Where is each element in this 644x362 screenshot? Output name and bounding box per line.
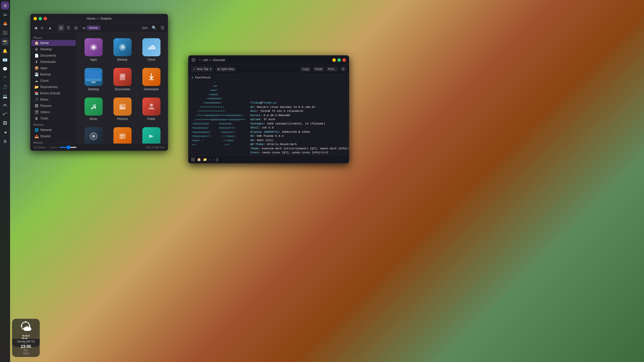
taskbar-files[interactable]: 🗂 (1, 11, 9, 19)
sidebar-item-desktop[interactable]: 🖥 Desktop (31, 46, 76, 52)
zoom-control[interactable]: Zoom: (50, 146, 77, 149)
taskbar-whatsapp[interactable]: 📲 (1, 110, 9, 118)
weather-icon: 🌤 (16, 321, 36, 333)
zoom-slider-input[interactable] (59, 147, 77, 148)
sidebar-item-videos[interactable]: 🎬 Videos (31, 109, 76, 115)
new-tab-icon: ＋ (193, 67, 196, 71)
sysinfo-wmtheme: WM Theme: Utterly-Round-Dark (250, 142, 349, 147)
file-item-desktop[interactable]: Desktop (80, 65, 107, 93)
taskbar-terminal[interactable]: ⬛ (1, 29, 9, 37)
backup-label: Backup (117, 58, 127, 61)
file-item-documents[interactable]: Documents (109, 65, 136, 93)
term-art-12: /osssssss/ osssso+++. (191, 126, 245, 130)
file-item-backup[interactable]: Backup (109, 36, 136, 63)
menu-button[interactable]: ☰ (159, 24, 166, 31)
taskbar-item9[interactable]: 🎵 (1, 83, 9, 91)
find-button[interactable]: Find... (326, 67, 338, 72)
sysinfo-host: fthdgn@fthdgn-pc (250, 101, 349, 105)
up-button[interactable]: ▲ (47, 25, 54, 31)
apps-folder-icon (85, 38, 103, 56)
konsole-statusbar: ⬛ 🏠 📁 ~ › ❯ (188, 156, 349, 163)
taskbar-back[interactable]: ◀ (1, 128, 9, 136)
taskbar-item5[interactable]: 🔔 (1, 47, 9, 55)
sysinfo-wm: WM: KWin (X11) (250, 138, 349, 143)
pictures-label: Pictures (117, 117, 128, 121)
minimize-button[interactable] (33, 17, 37, 20)
split-button[interactable]: Split (140, 25, 149, 31)
trash-icon: 🗑 (34, 116, 38, 120)
sidebar-item-trash[interactable]: 🗑 Trash (31, 115, 76, 121)
taskbar-system[interactable]: ⚙ (1, 137, 9, 145)
sidebar-item-network[interactable]: 🌐 Network (31, 127, 76, 133)
clock-widget: cloudy (90 %) 23:05 Per 2024 (12, 339, 40, 357)
sidebar-item-documents[interactable]: 📄 Documents (31, 53, 76, 59)
taskbar-photos[interactable]: 🖼 (1, 119, 9, 127)
repositories-folder-icon (85, 127, 103, 144)
konsole-window: ⬛ ~ : zsh — Konsole ＋ New Tab ▼ ⊞ Split … (188, 55, 349, 163)
svg-point-12 (94, 107, 96, 109)
sidebar-item-downloads[interactable]: ⬇ Downloads (31, 59, 76, 65)
sidebar-label-cloud: Cloud (40, 79, 49, 82)
back-button[interactable]: ◀ (32, 24, 38, 31)
new-tab-arrow: ▼ (209, 68, 212, 70)
konsole-maximize[interactable] (337, 58, 341, 62)
taskbar-discord[interactable]: 🎮 (1, 101, 9, 109)
new-tab-button[interactable]: ＋ New Tab ▼ (191, 66, 214, 72)
sidebar-item-books[interactable]: 📚 Books (Cloud) (31, 90, 76, 96)
sidebar-item-pictures[interactable]: 🖼 Pictures (31, 103, 76, 109)
konsole-close[interactable] (342, 58, 346, 62)
sysinfo-theme: Theme: kvantum-dark (UttterlySweet) [QT]… (250, 147, 349, 151)
taskbar-firefox[interactable]: 🦊 (1, 20, 9, 28)
file-item-templates[interactable]: Templates (109, 125, 136, 144)
sidebar-item-shared[interactable]: 📤 Shared (31, 133, 76, 139)
svg-point-18 (92, 135, 95, 138)
sidebar-item-repositories[interactable]: 📂 Repositories (31, 84, 76, 90)
sysinfo-os: OS: Manjaro Linux Wynsdey 24.0.0 x86_64 (250, 105, 349, 109)
file-item-apps[interactable]: Apps (80, 36, 107, 63)
sidebar-item-music[interactable]: 🎵 Music (31, 97, 76, 103)
sidebar-item-cloud[interactable]: ☁ Cloud (31, 78, 76, 84)
pictures-icon: 🖼 (34, 104, 38, 108)
taskbar-item7[interactable]: 💬 (1, 65, 9, 73)
sidebar-item-backup[interactable]: 💾 Backup (31, 71, 76, 77)
konsole-terminal[interactable]: ❯ fastfetch - -o+ -ooo/ -+oooo: -+oooooo… (188, 74, 349, 156)
dolphin-titlebar: Home — Dolphin (30, 14, 168, 23)
shared-icon: 📤 (34, 134, 38, 138)
taskbar-item6[interactable]: 📧 (1, 56, 9, 64)
view-tree-button[interactable]: ⊟ (73, 24, 79, 31)
music-icon: 🎵 (34, 98, 38, 102)
downloads-label: Downloads (144, 87, 159, 91)
taskbar-launcher[interactable]: ⊞ (1, 2, 9, 10)
term-art-7: ./++++/+++++++: (191, 105, 245, 109)
taskbar-item8[interactable]: 📱 (1, 74, 9, 82)
file-item-downloads[interactable]: Downloads (138, 65, 165, 93)
clock-time: 23:05 (16, 344, 36, 349)
konsole-menu-button[interactable]: ☰ (340, 67, 346, 72)
breadcrumb-home[interactable]: Home (87, 25, 100, 30)
file-item-pictures[interactable]: Pictures (109, 95, 136, 123)
file-item-videos[interactable]: Videos (138, 125, 165, 144)
sysinfo-uptime: Uptime: 37 mins (250, 117, 349, 122)
view-icons-button[interactable]: ⊞ (58, 24, 64, 31)
taskbar-item10[interactable]: 💻 (1, 92, 9, 100)
split-view-button[interactable]: ⊞ Split View (216, 67, 236, 72)
sidebar-item-apps[interactable]: 📦 Apps (31, 65, 76, 71)
view-details-button[interactable]: ☰ (65, 24, 72, 31)
paste-button[interactable]: Paste (313, 67, 324, 72)
file-item-public[interactable]: Public (138, 95, 165, 123)
file-item-music[interactable]: Music (80, 95, 107, 123)
konsole-titlebar: ⬛ ~ : zsh — Konsole (188, 56, 349, 65)
search-button[interactable]: 🔍 (150, 24, 158, 31)
close-button[interactable] (44, 17, 47, 20)
forward-button[interactable]: ▶ (39, 24, 46, 31)
file-item-repositories[interactable]: Repositories (80, 125, 107, 144)
taskbar-item4[interactable]: 📸 (1, 38, 9, 46)
file-item-cloud[interactable]: Cloud (138, 36, 165, 63)
maximize-button[interactable] (38, 17, 42, 20)
copy-button[interactable]: Copy (300, 67, 311, 72)
svg-rect-4 (86, 70, 101, 79)
term-art-4: -+oooo: (191, 93, 346, 97)
sidebar-item-home[interactable]: 🏠 Home (31, 40, 76, 46)
konsole-minimize[interactable] (332, 58, 336, 62)
konsole-title: ~ : zsh — Konsole (198, 58, 225, 62)
